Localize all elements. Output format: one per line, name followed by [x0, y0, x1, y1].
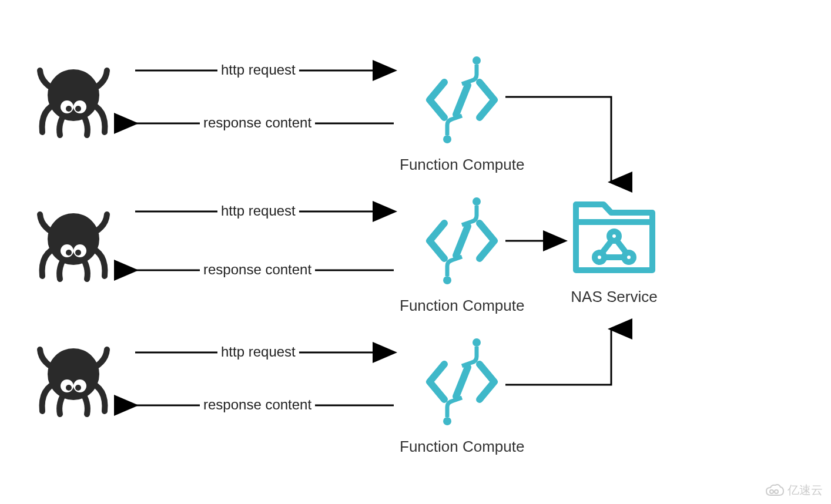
- svg-line-32: [602, 240, 612, 253]
- spider-icon: [29, 53, 118, 141]
- compute-label-2: Function Compute: [400, 297, 524, 315]
- crawler-3: [29, 332, 118, 420]
- function-compute-1: Function Compute: [400, 50, 524, 174]
- watermark-text: 亿速云: [788, 482, 823, 498]
- svg-point-16: [75, 250, 81, 256]
- spider-icon: [29, 197, 118, 285]
- svg-point-20: [66, 385, 72, 391]
- svg-point-15: [66, 250, 72, 256]
- function-compute-2: Function Compute: [400, 191, 524, 315]
- svg-point-36: [775, 490, 778, 493]
- svg-point-22: [473, 56, 481, 65]
- request-label-2: http request: [217, 203, 299, 219]
- svg-point-24: [473, 197, 481, 206]
- response-label-1: response content: [200, 115, 315, 131]
- response-label-3: response content: [200, 397, 315, 413]
- svg-point-7: [48, 69, 99, 121]
- function-compute-3: Function Compute: [400, 332, 524, 456]
- function-compute-icon: [412, 332, 512, 432]
- nas-folder-icon: [567, 194, 661, 282]
- response-label-2: response content: [200, 261, 315, 278]
- request-label-3: http request: [217, 344, 299, 360]
- function-compute-icon: [412, 191, 512, 291]
- svg-point-21: [75, 385, 81, 391]
- svg-point-17: [48, 348, 99, 400]
- request-label-1: http request: [217, 62, 299, 78]
- compute-label-3: Function Compute: [400, 438, 524, 456]
- cloud-icon: [765, 483, 784, 498]
- function-compute-icon: [412, 50, 512, 150]
- crawler-2: [29, 197, 118, 285]
- svg-point-26: [473, 338, 481, 347]
- svg-point-25: [443, 276, 451, 284]
- svg-point-27: [443, 417, 451, 425]
- watermark: 亿速云: [765, 482, 823, 498]
- compute-label-1: Function Compute: [400, 156, 524, 174]
- svg-line-33: [616, 240, 626, 253]
- architecture-diagram: http request response content http reque…: [0, 0, 831, 504]
- svg-point-12: [48, 213, 99, 265]
- svg-point-35: [770, 490, 773, 493]
- crawler-1: [29, 53, 118, 141]
- nas-label: NAS Service: [571, 288, 657, 306]
- svg-point-10: [66, 106, 72, 112]
- nas-service: NAS Service: [567, 194, 661, 306]
- svg-point-23: [443, 135, 451, 143]
- spider-icon: [29, 332, 118, 420]
- svg-point-11: [75, 106, 81, 112]
